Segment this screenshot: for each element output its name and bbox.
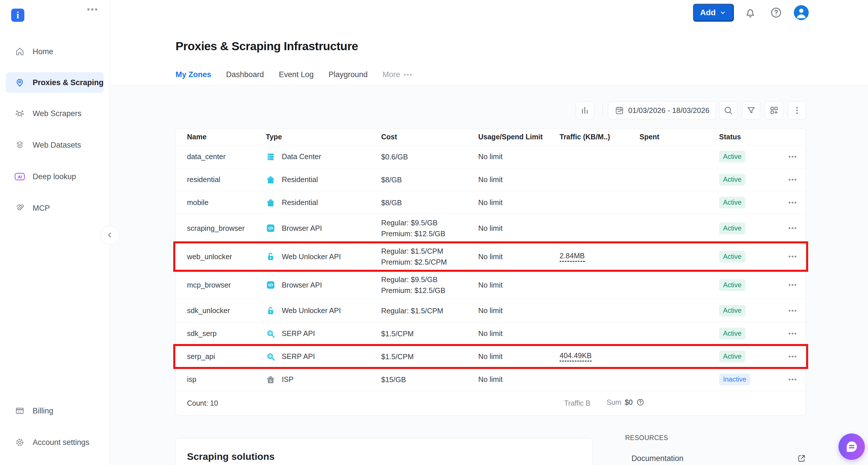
tab-label: My Zones — [176, 70, 211, 79]
table-row[interactable]: residential Residential $8/GB No limit A… — [176, 168, 806, 191]
sidebar-item-billing[interactable]: Billing — [0, 400, 110, 422]
row-menu-button[interactable]: ••• — [785, 253, 797, 261]
sidebar-item-deep-lookup[interactable]: AI Deep lookup — [0, 166, 110, 187]
filter-button[interactable] — [742, 101, 760, 120]
column-header[interactable]: Type — [266, 133, 381, 141]
zone-usage-limit: No limit — [478, 281, 560, 289]
resources-link-documentation[interactable]: Documentation — [625, 454, 806, 463]
more-dots-icon: ••• — [403, 71, 412, 79]
sidebar-item-label: Billing — [33, 407, 53, 415]
tab-label: Playground — [329, 70, 368, 79]
traffic-value[interactable]: 2.84MB — [560, 252, 585, 262]
zone-name: serp_api — [187, 352, 266, 361]
search-button[interactable] — [719, 101, 737, 120]
tab-my-zones[interactable]: My Zones ••• — [176, 70, 211, 87]
row-menu-button[interactable]: ••• — [785, 199, 797, 207]
sidebar-item-web-scrapers[interactable]: Web Scrapers — [0, 103, 110, 124]
tab-bar: My Zones ••• Dashboard ••• Event Log •••… — [176, 70, 413, 87]
zone-type-icon — [266, 152, 276, 162]
column-header[interactable]: Spent — [640, 133, 719, 141]
table-row[interactable]: mcp_browser Browser API Regular: $9.5/GB… — [176, 271, 806, 299]
sum-help-icon[interactable] — [636, 398, 645, 407]
row-menu-button[interactable]: ••• — [785, 353, 797, 361]
chat-widget-button[interactable] — [838, 433, 865, 460]
table-row[interactable]: serp_api SERP API $1.5/CPM No limit 404.… — [176, 345, 806, 368]
sidebar-item-web-datasets[interactable]: Web Datasets — [0, 134, 110, 156]
add-button[interactable]: Add — [693, 4, 734, 22]
sidebar-item-icon — [14, 46, 25, 57]
usage-graph-button[interactable] — [576, 101, 594, 120]
zone-name: mcp_browser — [187, 281, 266, 289]
zone-cost: Regular: $9.5/GBPremium: $12.5/GB — [381, 274, 478, 296]
sidebar-item-account-settings[interactable]: Account settings — [0, 432, 110, 453]
sidebar-item-icon: AI — [14, 171, 25, 182]
row-menu-button[interactable]: ••• — [785, 376, 797, 384]
help-button[interactable] — [769, 6, 783, 20]
column-header[interactable]: Status — [719, 133, 785, 141]
sidebar-item-mcp[interactable]: MCP — [0, 197, 110, 219]
cost-line: $0.6/GB — [381, 151, 478, 162]
sidebar-item-icon — [14, 108, 25, 119]
sidebar-menu-dots-icon[interactable]: ••• — [87, 5, 98, 14]
sidebar: i ••• Home Proxies & Scraping Web Scrape… — [0, 0, 110, 465]
sidebar-item-label: Proxies & Scraping — [33, 78, 104, 87]
column-header[interactable]: Traffic (KB/M..) — [560, 133, 640, 141]
traffic-value[interactable]: 404.49KB — [560, 351, 592, 361]
zone-type-icon — [266, 352, 276, 361]
cost-line: Premium: $12.5/GB — [381, 228, 478, 239]
zone-name: scraping_browser — [187, 224, 266, 233]
row-menu-button[interactable]: ••• — [785, 176, 797, 184]
zone-type-label: ISP — [282, 375, 293, 384]
sidebar-item-proxies-scraping[interactable]: Proxies & Scraping — [6, 72, 104, 93]
add-button-label: Add — [700, 8, 716, 17]
page-title: Proxies & Scraping Infrastructure — [176, 39, 358, 53]
row-menu-button[interactable]: ••• — [785, 153, 797, 161]
table-row[interactable]: sdk_unlocker Web Unlocker API Regular: $… — [176, 299, 806, 322]
zone-type-icon — [266, 329, 276, 339]
sidebar-item-home[interactable]: Home — [0, 41, 110, 62]
avatar[interactable] — [794, 5, 809, 20]
status-badge: Active — [719, 174, 745, 185]
row-menu-button[interactable]: ••• — [785, 330, 797, 338]
table-row[interactable]: scraping_browser Browser API Regular: $9… — [176, 214, 806, 242]
tab-label: Event Log — [279, 70, 314, 79]
tab-dashboard[interactable]: Dashboard ••• — [226, 70, 264, 87]
zone-traffic: 404.49KB — [560, 351, 640, 361]
sum-label: Sum — [607, 398, 621, 407]
status-badge: Active — [719, 223, 745, 234]
sidebar-item-icon — [14, 77, 25, 88]
brand-logo[interactable]: i — [11, 9, 24, 22]
table-row[interactable]: web_unlocker Web Unlocker API Regular: $… — [176, 242, 806, 271]
tab-event-log[interactable]: Event Log ••• — [279, 70, 314, 87]
tab-playground[interactable]: Playground ••• — [329, 70, 368, 87]
zone-type-icon — [266, 306, 276, 316]
column-header[interactable]: Name — [187, 133, 266, 141]
row-menu-button[interactable]: ••• — [785, 307, 797, 315]
table-row[interactable]: isp S ISP $15/GB No limit Inactive ••• — [176, 368, 806, 391]
table-row[interactable]: sdk_serp SERP API $1.5/CPM No limit Acti… — [176, 322, 806, 345]
spent-sum: Sum $0 — [607, 398, 645, 407]
sidebar-item-label: Web Datasets — [33, 141, 81, 150]
status-badge: Active — [719, 151, 745, 163]
row-menu-button[interactable]: ••• — [785, 281, 797, 289]
zones-table-card: NameTypeCostUsage/Spend LimitTraffic (KB… — [175, 128, 806, 415]
cost-line: $8/GB — [381, 174, 478, 185]
tab-more[interactable]: More ••• — [382, 70, 413, 87]
notifications-button[interactable] — [743, 6, 757, 20]
zone-cost: $1.5/CPM — [381, 351, 478, 362]
zone-type-label: Residential — [282, 198, 318, 207]
tab-label: More — [382, 70, 400, 79]
column-header[interactable]: Cost — [381, 133, 478, 141]
resources-title: RESOURCES — [625, 434, 806, 442]
row-menu-button[interactable]: ••• — [785, 224, 797, 232]
table-row[interactable]: mobile Residential $8/GB No limit Active… — [176, 191, 806, 214]
sidebar-collapse-button[interactable] — [100, 226, 119, 244]
columns-button[interactable] — [765, 101, 783, 120]
scraping-solutions-card[interactable]: Scraping solutions Increase scraping suc… — [175, 438, 593, 465]
table-row[interactable]: data_center Data Center $0.6/GB No limit… — [176, 145, 806, 168]
date-range-button[interactable]: 01/03/2026 - 18/03/2026 — [608, 101, 716, 120]
zone-type-label: SERP API — [282, 352, 315, 361]
table-menu-button[interactable] — [788, 101, 806, 120]
sidebar-item-icon — [14, 437, 25, 448]
column-header[interactable]: Usage/Spend Limit — [478, 133, 560, 141]
